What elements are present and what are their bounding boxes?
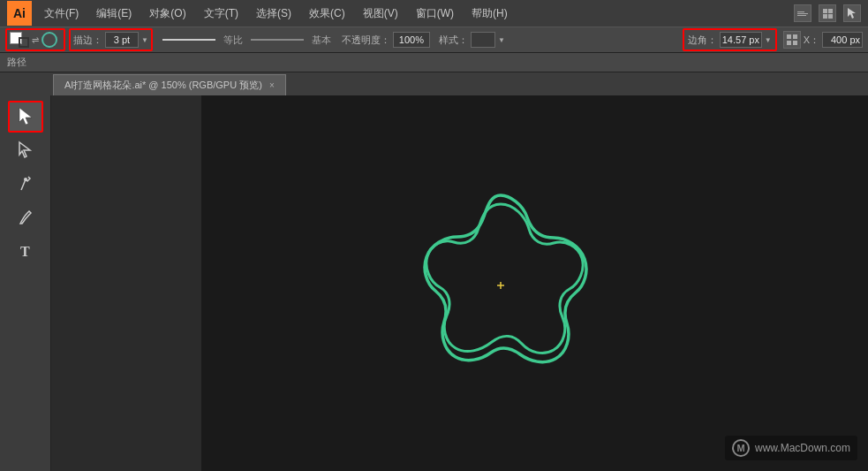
- selection-tool-icon: [17, 107, 34, 126]
- opacity-label: 不透明度：: [342, 34, 390, 47]
- doc-tab-title: AI打造网格花朵.ai* @ 150% (RGB/GPU 预览): [64, 79, 262, 92]
- watermark-text: www.MacDown.com: [755, 442, 850, 454]
- align-btn[interactable]: [783, 31, 801, 49]
- grid-icon: [823, 9, 833, 19]
- svg-rect-3: [787, 41, 791, 45]
- svg-marker-5: [19, 108, 32, 125]
- grid-btn[interactable]: [819, 4, 836, 22]
- stroke-dropdown-icon[interactable]: ▼: [141, 36, 148, 44]
- title-right: [794, 4, 861, 22]
- tool-pencil[interactable]: [8, 201, 43, 233]
- svg-rect-2: [793, 34, 797, 39]
- canvas-bg-top: [201, 95, 868, 140]
- stroke-label: 描边：: [73, 34, 102, 47]
- cursor-btn[interactable]: [843, 4, 861, 22]
- doc-tab-close[interactable]: ×: [269, 80, 275, 90]
- menu-window[interactable]: 窗口(W): [412, 4, 457, 23]
- line-style-group: 等比 基本: [156, 34, 336, 47]
- stroke-line: [162, 39, 215, 41]
- tool-pen[interactable]: [8, 168, 43, 200]
- canvas-bg-left: [51, 95, 201, 471]
- path-label: 路径: [7, 56, 26, 69]
- tool-selection[interactable]: [8, 101, 43, 133]
- fill-stroke-icon[interactable]: [10, 32, 29, 48]
- style-box[interactable]: [471, 32, 495, 48]
- canvas-area: M www.MacDown.com: [51, 95, 868, 471]
- menu-help[interactable]: 帮助(H): [468, 4, 511, 23]
- type-tool-icon: T: [17, 241, 34, 261]
- watermark: M www.MacDown.com: [725, 436, 857, 460]
- doc-tab[interactable]: AI打造网格花朵.ai* @ 150% (RGB/GPU 预览) ×: [53, 74, 286, 95]
- toolbox: T: [0, 95, 51, 471]
- menu-view[interactable]: 视图(V): [359, 4, 402, 23]
- fill-stroke-group: ⇌: [5, 28, 65, 51]
- svg-marker-0: [848, 8, 856, 19]
- style-dropdown[interactable]: ▼: [498, 36, 505, 44]
- corner-group: 边角： ▼: [683, 28, 777, 51]
- svg-rect-1: [787, 34, 791, 39]
- opacity-group: 不透明度：: [339, 32, 433, 48]
- pen-tool-icon: [17, 174, 34, 194]
- watermark-icon: M: [732, 439, 750, 457]
- svg-rect-4: [793, 41, 797, 45]
- menu-object[interactable]: 对象(O): [146, 4, 189, 23]
- flower-shape: [386, 169, 615, 399]
- stroke-circle: [42, 32, 57, 48]
- svg-point-7: [24, 178, 27, 181]
- corner-input[interactable]: [720, 32, 762, 48]
- style-label: 样式：: [439, 34, 468, 47]
- workspace: T M www.MacDown.com: [0, 95, 868, 471]
- menu-file[interactable]: 文件(F): [41, 4, 82, 23]
- stroke-preview: [42, 32, 61, 48]
- stroke-swatch: [19, 37, 29, 48]
- ai-logo: Ai: [7, 1, 32, 26]
- x-label: X：: [804, 34, 819, 47]
- title-bar: Ai 文件(F) 编辑(E) 对象(O) 文字(T) 选择(S) 效果(C) 视…: [0, 0, 868, 27]
- arrange-icon: [797, 11, 808, 16]
- path-bar: 路径: [0, 53, 868, 72]
- menu-effect[interactable]: 效果(C): [306, 4, 349, 23]
- opacity-input[interactable]: [393, 32, 430, 48]
- arrange-btn[interactable]: [794, 4, 811, 22]
- swap-icon[interactable]: ⇌: [32, 35, 39, 45]
- corner-dropdown[interactable]: ▼: [765, 36, 772, 44]
- menu-select[interactable]: 选择(S): [253, 4, 295, 23]
- menu-bar: 文件(F) 编辑(E) 对象(O) 文字(T) 选择(S) 效果(C) 视图(V…: [41, 4, 511, 23]
- stroke-input[interactable]: [105, 32, 139, 48]
- align-icon: [786, 34, 798, 46]
- pencil-tool-icon: [17, 208, 34, 227]
- direct-select-icon: [17, 141, 34, 160]
- svg-text:T: T: [20, 244, 30, 259]
- menu-text[interactable]: 文字(T): [200, 4, 242, 23]
- cursor-icon: [846, 7, 858, 19]
- stroke-group: 描边： ▼: [69, 28, 153, 51]
- x-input[interactable]: [822, 32, 863, 48]
- svg-marker-6: [19, 142, 30, 157]
- style-group: 样式： ▼: [436, 32, 508, 48]
- equals-label: 等比: [223, 34, 243, 47]
- right-group: 边角： ▼ X：: [683, 28, 863, 51]
- doc-tab-bar: AI打造网格花朵.ai* @ 150% (RGB/GPU 预览) ×: [0, 72, 868, 95]
- corner-label: 边角：: [688, 34, 717, 47]
- tool-type[interactable]: T: [8, 235, 43, 267]
- tool-direct-select[interactable]: [8, 134, 43, 166]
- line-label: 基本: [312, 34, 331, 47]
- toolbar: ⇌ 描边： ▼ 等比 基本 不透明度： 样式： ▼ 边角： ▼: [0, 27, 868, 53]
- menu-edit[interactable]: 编辑(E): [93, 4, 135, 23]
- stroke-line-2: [251, 39, 304, 41]
